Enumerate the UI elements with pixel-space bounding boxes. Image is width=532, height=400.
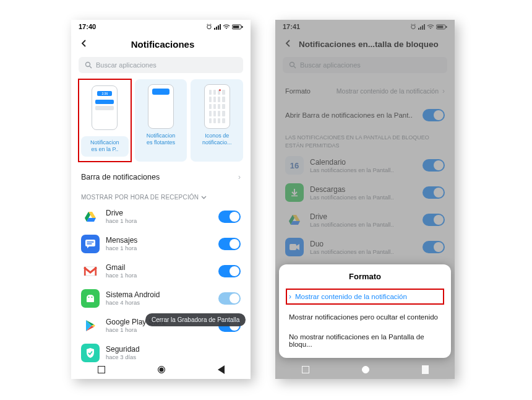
drive-icon [81,207,100,226]
chevron-right-icon: › [289,292,291,301]
svg-rect-1 [214,28,215,30]
sort-label: MOSTRAR POR HORA DE RECEPCIÓN [81,194,199,201]
page-title: Notificaciones [84,39,242,50]
app-row-gmail[interactable]: Gmailhace 1 hora [71,258,251,285]
svg-rect-14 [95,267,97,276]
app-row-system[interactable]: Sistema Androidhace 4 horas [71,285,251,312]
app-sub: hace 1 hora [106,217,212,224]
chip-lockscreen-notifications[interactable]: 2:36 Notificacion es en la P.. [79,79,131,162]
format-modal: Formato › Mostrar contenido de la notifi… [279,264,451,358]
gmail-icon [81,262,100,280]
toggle[interactable] [218,238,241,250]
option-label: Mostrar contenido de la notificación [295,293,407,300]
chevron-right-icon: › [238,173,241,181]
svg-rect-3 [218,25,219,30]
app-name: Drive [106,209,212,217]
chip-label: Notificacion es en la P.. [84,139,126,154]
row-label: Barra de notificaciones [81,173,160,181]
messages-icon [81,235,100,253]
status-icons [206,24,243,30]
toggle[interactable] [218,265,241,277]
app-name: Sistema Android [106,290,212,299]
svg-rect-4 [220,24,221,30]
svg-rect-11 [87,243,92,245]
signal-icon [214,24,221,30]
svg-point-16 [92,297,93,298]
option-hide-content[interactable]: Mostrar notificaciones pero ocultar el c… [279,307,451,327]
toggle[interactable] [218,292,241,305]
modal-title: Formato [279,272,451,286]
battery-icon [232,24,243,30]
format-chips: 2:36 Notificacion es en la P.. Notificac… [71,79,251,165]
svg-point-0 [207,25,211,28]
option-show-content[interactable]: › Mostrar contenido de la notificación [284,287,446,307]
chip-preview-icon [148,84,174,129]
nav-recents[interactable] [302,366,309,373]
search-icon [85,61,92,69]
app-name: Mensajes [106,236,212,245]
nav-bar [275,360,455,379]
phone-right-lockscreen-notifications: 17:41 Notificaciones en...talla de bloqu… [275,20,455,379]
app-name: Seguridad [106,345,241,354]
svg-rect-9 [85,240,95,246]
nav-back[interactable] [422,365,429,374]
svg-rect-10 [87,241,94,243]
app-sub: hace 1 hora [106,326,212,333]
svg-rect-7 [233,25,239,28]
nav-back[interactable] [218,365,225,374]
alarm-icon [206,24,212,30]
toggle[interactable] [218,211,241,223]
option-label: No mostrar notificaciones en la Pantalla… [289,333,441,348]
sort-header[interactable]: MOSTRAR POR HORA DE RECEPCIÓN [71,189,251,203]
nav-bar [71,360,251,379]
chip-preview-icon: 2:36 [92,85,118,130]
chip-label: Notificacion es flotantes [137,133,185,147]
app-sub: hace 1 hora [106,245,212,251]
search-placeholder: Buscar aplicaciones [96,61,157,69]
status-time: 17:40 [79,23,96,30]
app-sub: hace 3 días [106,354,241,360]
status-bar: 17:40 [71,20,251,33]
option-no-notifications[interactable]: No mostrar notificaciones en la Pantalla… [279,327,451,354]
chip-preview-icon [204,84,230,129]
app-name: Gmail [106,263,212,272]
nav-recents[interactable] [98,366,105,373]
nav-home[interactable] [158,366,165,373]
svg-rect-6 [242,26,243,28]
app-row-drive[interactable]: Drivehace 1 hora [71,203,251,230]
screen-recorder-toast[interactable]: Cerrar la Grabadora de Pantalla [145,313,246,326]
chevron-down-icon [201,194,207,200]
svg-rect-2 [216,27,217,30]
chip-label: Iconos de notificacio... [193,133,241,147]
notification-bar-row[interactable]: Barra de notificaciones › [71,165,251,189]
wifi-icon [223,24,230,30]
header: Notificaciones [71,33,251,56]
chip-floating-notifications[interactable]: Notificacion es flotantes [135,79,187,162]
nav-home[interactable] [362,366,369,373]
shield-icon [81,344,100,362]
chip-notification-icons[interactable]: Iconos de notificacio... [191,79,243,162]
app-sub: hace 1 hora [106,272,212,279]
play-store-icon [81,316,100,335]
android-icon [81,289,100,308]
svg-rect-13 [84,267,86,276]
app-row-messages[interactable]: Mensajeshace 1 hora [71,230,251,258]
search-input[interactable]: Buscar aplicaciones [79,57,243,73]
phone-left-notifications: 17:40 Notificaciones Buscar aplicaciones… [71,20,251,379]
option-label: Mostrar notificaciones pero ocultar el c… [289,313,438,321]
svg-point-15 [88,297,90,298]
app-sub: hace 4 horas [106,299,212,306]
svg-point-8 [86,63,90,67]
